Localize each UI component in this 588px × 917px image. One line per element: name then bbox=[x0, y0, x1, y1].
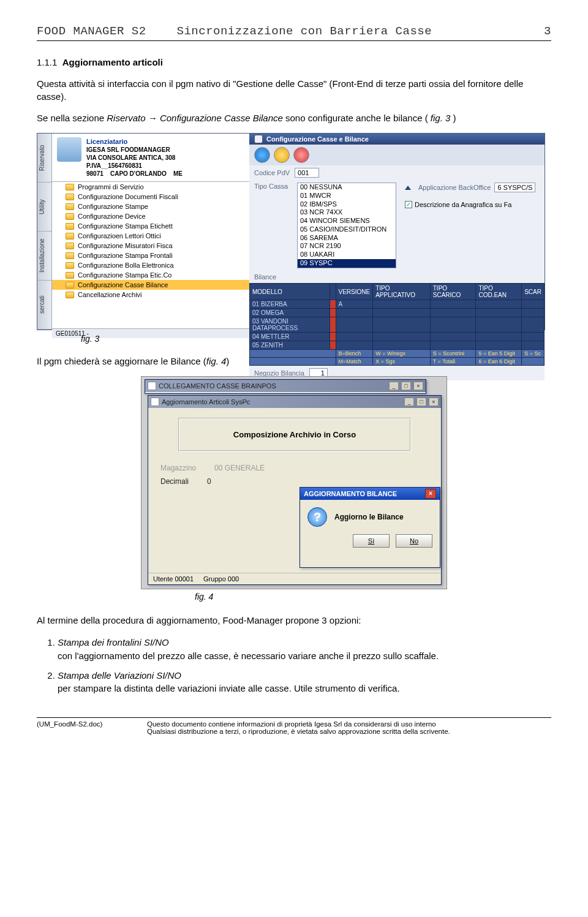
table-row[interactable]: 01 BIZERBAA bbox=[250, 300, 545, 309]
fig4-caption: fig. 4 bbox=[37, 592, 551, 602]
table-header: TIPO SCARICO bbox=[430, 284, 476, 300]
options-list: Stampa dei frontalini SI/NO con l'aggior… bbox=[37, 636, 551, 695]
list-item[interactable]: 03 NCR 74XX bbox=[298, 208, 396, 217]
no-button[interactable]: No bbox=[396, 534, 432, 548]
bilance-label: Bilance bbox=[254, 273, 276, 281]
vtab-installazione[interactable]: Installazione bbox=[37, 232, 51, 281]
close-icon[interactable]: × bbox=[429, 398, 439, 406]
table-row[interactable]: 03 VANDONI DATAPROCESS bbox=[250, 317, 545, 333]
folder-icon bbox=[66, 282, 74, 289]
window2-statusbar: Utente 00001 Gruppo 000 bbox=[148, 573, 441, 584]
window-icon bbox=[254, 135, 263, 143]
header-left: FOOD MANAGER S2 bbox=[37, 25, 146, 38]
list-item[interactable]: 02 IBM/SPS bbox=[298, 200, 396, 209]
bilance-table[interactable]: MODELLOVERSIONETIPO APPLICATIVOTIPO SCAR… bbox=[249, 283, 545, 366]
tree-item[interactable]: Configurazione Misuratori Fisca bbox=[52, 241, 249, 251]
tree-item-label: Configurazione Misuratori Fisca bbox=[78, 242, 173, 249]
tree-item[interactable]: Configurazione Stampe bbox=[52, 202, 249, 211]
section-number: 1.1.1 bbox=[37, 57, 57, 67]
list-item[interactable]: 01 MWCR bbox=[298, 192, 396, 200]
close-icon[interactable]: × bbox=[413, 382, 423, 390]
tree-item-label: Configurazione Stampa Etichett bbox=[78, 222, 173, 230]
option-2: Stampa delle Variazioni SI/NO per stampa… bbox=[58, 669, 551, 696]
edit-icon[interactable] bbox=[274, 147, 290, 163]
folder-icon bbox=[66, 252, 74, 259]
tree-item[interactable]: Configurazione Device bbox=[52, 211, 249, 221]
codice-pdv-label: Codice PdV bbox=[254, 169, 290, 176]
tree-item-label: Configurazione Stampe bbox=[78, 203, 148, 210]
delete-icon[interactable] bbox=[293, 147, 309, 163]
list-item[interactable]: 07 NCR 2190 bbox=[298, 242, 396, 251]
decimali-value: 0 bbox=[207, 477, 211, 486]
folder-icon bbox=[66, 292, 74, 298]
header-rule bbox=[37, 40, 551, 41]
table-row[interactable]: 04 METTLER bbox=[250, 333, 545, 341]
tree-item[interactable]: Programmi di Servizio bbox=[52, 182, 249, 192]
legend-row: B=BenchW = WinegxS = Scontrini5 = Ean 5 … bbox=[250, 350, 545, 358]
tree-item-label: Configurazione Stampa Etic.Co bbox=[78, 271, 172, 279]
vtab-riservato[interactable]: Riservato bbox=[37, 134, 51, 183]
tree-item[interactable]: Configurazione Stampa Etic.Co bbox=[52, 270, 249, 280]
tree-item[interactable]: Configurazione Documenti Fiscali bbox=[52, 192, 249, 202]
tree-item-label: Configurazione Stampa Frontali bbox=[78, 252, 173, 259]
header-center: Sincronizzazione con Barriera Casse bbox=[177, 25, 545, 38]
desc-anagrafica-checkbox[interactable]: ✓ bbox=[405, 201, 412, 208]
info-icon[interactable] bbox=[254, 147, 270, 163]
minimize-icon[interactable]: _ bbox=[389, 382, 399, 390]
folder-icon bbox=[66, 272, 74, 279]
codice-pdv-input[interactable]: 001 bbox=[295, 168, 319, 178]
app-backoffice-label: Applicazione BackOffice bbox=[418, 184, 491, 191]
list-item[interactable]: 05 CASIO/INDESIT/DITRON bbox=[298, 225, 396, 234]
status-box: Composizione Archivio in Corso bbox=[178, 418, 411, 451]
vtab-sercati[interactable]: sercati bbox=[37, 281, 51, 330]
footer-line1: Questo documento contiene informazioni d… bbox=[147, 720, 551, 728]
folder-icon bbox=[66, 194, 74, 200]
section-heading: 1.1.1 Aggiornamento articoli bbox=[37, 56, 551, 69]
maximize-icon[interactable]: □ bbox=[401, 382, 411, 390]
tree-item-label: Programmi di Servizio bbox=[78, 183, 144, 191]
paragraph-1: Questa attività si interfaccia con il pg… bbox=[37, 77, 551, 103]
window1-title: COLLEGAMENTO CASSE BRAINPOS bbox=[159, 382, 276, 390]
app-backoffice-value[interactable]: 6 SYSPC/S bbox=[494, 183, 535, 192]
list-item[interactable]: 06 SAREMA bbox=[298, 234, 396, 243]
tree-item-label: Configurazioen Lettori Ottici bbox=[78, 232, 161, 240]
folder-icon bbox=[66, 223, 74, 230]
table-row[interactable]: 05 ZENITH bbox=[250, 341, 545, 350]
tree-item[interactable]: Configurazioen Lettori Ottici bbox=[52, 231, 249, 241]
tree-item[interactable]: Configurazione Casse Bilance bbox=[52, 280, 249, 290]
desc-anagrafica-label: Descrizione da Anagrafica su Fa bbox=[415, 201, 511, 208]
minimize-icon[interactable]: _ bbox=[404, 398, 414, 406]
list-item[interactable]: 00 NESSUNA bbox=[298, 183, 396, 192]
cart-icon bbox=[57, 137, 81, 162]
legend-row: M=MatchX = SgxT = Totali6 = Ean 6 Digit bbox=[250, 358, 545, 366]
window-collegamento-casse: COLLEGAMENTO CASSE BRAINPOS _ □ × bbox=[145, 379, 426, 394]
table-row[interactable]: 02 OMEGA bbox=[250, 309, 545, 317]
folder-icon bbox=[66, 213, 74, 220]
java-icon bbox=[148, 382, 156, 390]
folder-icon bbox=[66, 233, 74, 240]
folder-icon bbox=[66, 243, 74, 249]
close-icon[interactable]: × bbox=[425, 489, 436, 499]
table-header: TIPO COD.EAN bbox=[476, 284, 522, 300]
tree-item[interactable]: Configurazione Stampa Frontali bbox=[52, 251, 249, 260]
tree-item[interactable]: Configurazione Stampa Etichett bbox=[52, 221, 249, 231]
tipo-cassa-label: Tipo Cassa bbox=[254, 183, 292, 190]
tree-item-label: Configurazione Documenti Fiscali bbox=[78, 193, 178, 200]
maximize-icon[interactable]: □ bbox=[417, 398, 426, 406]
tipo-cassa-listbox[interactable]: 00 NESSUNA01 MWCR02 IBM/SPS03 NCR 74XX04… bbox=[297, 183, 396, 268]
tree-item[interactable]: Configurazione Bolla Elettronica bbox=[52, 260, 249, 270]
status-utente: Utente 00001 bbox=[153, 575, 194, 583]
table-header: SCAR bbox=[522, 284, 545, 300]
list-item[interactable]: 08 UAKARI bbox=[298, 251, 396, 259]
tree-item[interactable]: Cancellazione Archivi bbox=[52, 290, 249, 300]
ghost-magazzino-label: Magazzino bbox=[160, 464, 196, 472]
list-item[interactable]: 09 SYSPC bbox=[298, 259, 396, 268]
screenshot-config-window: Riservato Utility Installazione sercati … bbox=[37, 133, 545, 330]
vtab-utility[interactable]: Utility bbox=[37, 183, 51, 232]
list-item[interactable]: 04 WINCOR SIEMENS bbox=[298, 217, 396, 225]
vertical-tabstrip: Riservato Utility Installazione sercati bbox=[37, 134, 52, 330]
list-item[interactable]: 10 OPENBRAVO bbox=[298, 268, 396, 269]
decimali-label: Decimali bbox=[160, 477, 189, 486]
screenshot-dialog-stack: COLLEGAMENTO CASSE BRAINPOS _ □ × Aggior… bbox=[141, 376, 447, 589]
yes-button[interactable]: Sì bbox=[353, 534, 390, 548]
